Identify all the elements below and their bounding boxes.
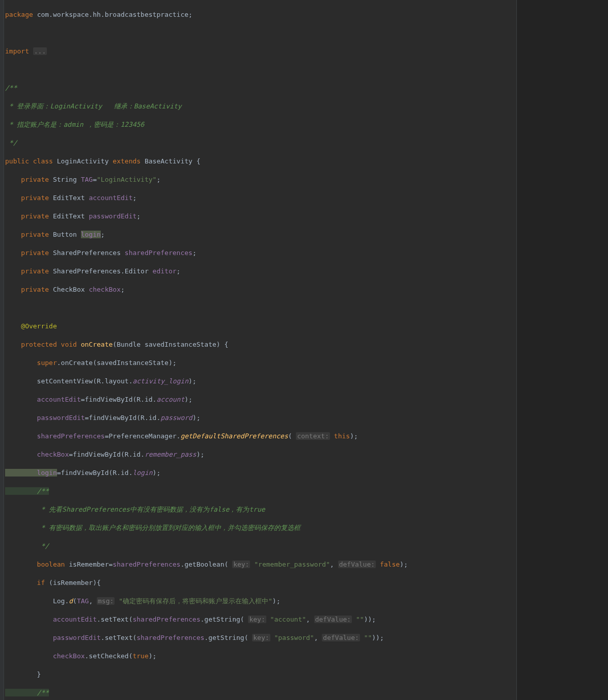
field-ref: sharedPreferences (5, 432, 105, 440)
brace: } (5, 670, 41, 678)
call: .onCreate(savedInstanceState); (57, 359, 177, 367)
param-hint: msg: (97, 597, 115, 605)
boolean-keyword: boolean (5, 561, 69, 568)
cond: (isRemember){ (49, 579, 101, 586)
close: )); (372, 634, 383, 641)
call: setContentView(R.layout. (5, 377, 132, 385)
type: Button (53, 231, 81, 238)
field-ref: sharedPreferences (136, 634, 204, 641)
param-hint: key: (248, 615, 266, 623)
javadoc-close: */ (5, 139, 17, 147)
field: editor (153, 267, 177, 275)
package-name: com.workspace.hh.broadcastbestpractice (37, 11, 188, 18)
type: EditText (53, 194, 89, 202)
resource-id: account (156, 396, 184, 403)
call: .setText( (97, 615, 132, 623)
resource-id: activity_login (132, 377, 188, 385)
super-keyword: super (5, 359, 57, 367)
call: .getString( (201, 615, 248, 623)
field-ref: passwordEdit (5, 414, 85, 422)
string: "password" (274, 634, 314, 641)
semi: ; (188, 11, 192, 18)
eq: = (93, 176, 97, 183)
var: isRemember= (69, 561, 113, 568)
string: "remember_password" (254, 561, 330, 568)
field: sharedPreferences (125, 249, 192, 257)
close: ); (197, 451, 205, 458)
type: SharedPreferences.Editor (53, 267, 153, 275)
field-ref: accountEdit (5, 615, 97, 623)
type: String (53, 176, 81, 183)
log-method: d (69, 597, 73, 605)
param-hint: context: (296, 432, 330, 440)
field-ref: passwordEdit (5, 634, 101, 641)
field-ref-highlighted: login (5, 469, 57, 477)
javadoc-open: /** (5, 84, 17, 92)
import-fold[interactable]: ... (33, 47, 47, 55)
protected-keyword: protected (5, 341, 61, 348)
call: =PreferenceManager. (105, 432, 181, 440)
resource-id: login (132, 469, 152, 477)
annotation: @Override (5, 322, 57, 330)
string: "确定密码有保存后，将密码和账户显示在输入框中" (119, 597, 272, 605)
javadoc-close: */ (5, 542, 49, 550)
javadoc-line: * 有密码数据，取出账户名和密码分别放置到对应的输入框中，并勾选密码保存的复选框 (5, 524, 300, 531)
call: =findViewById(R.id. (57, 469, 133, 477)
gutter (0, 0, 4, 700)
type: SharedPreferences (53, 249, 125, 257)
field-ref: accountEdit (5, 396, 81, 403)
javadoc-open: /** (5, 689, 49, 696)
param-hint: defValue: (322, 634, 360, 641)
private-keyword: private (5, 212, 53, 220)
javadoc-open: /** (5, 487, 49, 495)
close: ); (400, 561, 408, 568)
field-ref: sharedPreferences (132, 615, 200, 623)
private-keyword: private (5, 194, 53, 202)
code-editor[interactable]: package com.workspace.hh.broadcastbestpr… (4, 0, 516, 700)
brace: { (197, 157, 201, 165)
param-hint: defValue: (314, 615, 352, 623)
field: checkBox (89, 286, 121, 293)
string: "LoginActivity" (97, 176, 156, 183)
field-ref: sharedPreferences (113, 561, 180, 568)
static-method: getDefaultSharedPreferences (180, 432, 288, 440)
extends-keyword: extends (113, 157, 145, 165)
log-call: Log. (5, 597, 69, 605)
public-keyword: public (5, 157, 33, 165)
param-hint: key: (232, 561, 250, 568)
field-highlighted: login (81, 231, 101, 238)
class-keyword: class (33, 157, 57, 165)
call: .getBoolean( (180, 561, 232, 568)
private-keyword: private (5, 267, 53, 275)
javadoc-line: * 先看SharedPreferences中有没有密码数据，没有为false，有… (5, 506, 265, 513)
close: )); (364, 615, 376, 623)
call: =findViewById(R.id. (69, 451, 145, 458)
javadoc-line: * 指定账户名是：admin ，密码是：123456 (5, 121, 144, 128)
semi: ; (121, 286, 125, 293)
class-name: LoginActivity (57, 157, 113, 165)
open: ( (288, 432, 296, 440)
semi: ; (177, 267, 181, 275)
string: "" (364, 634, 372, 641)
private-keyword: private (5, 176, 53, 183)
semi: ; (101, 231, 105, 238)
field-ref: checkBox (5, 451, 69, 458)
semi: ; (156, 176, 160, 183)
close: ); (184, 396, 192, 403)
call: .setChecked( (85, 652, 133, 660)
call: .getString( (204, 634, 252, 641)
close: ); (192, 414, 201, 422)
semi: ; (136, 212, 141, 220)
right-panel (516, 0, 608, 700)
open: ( (73, 597, 77, 605)
resource-id: password (160, 414, 192, 422)
if-keyword: if (5, 579, 49, 586)
field: accountEdit (89, 194, 132, 202)
field: passwordEdit (89, 212, 136, 220)
semi: ; (192, 249, 197, 257)
base-class: BaseActivity (145, 157, 197, 165)
method: onCreate (81, 341, 113, 348)
package-keyword: package (5, 11, 37, 18)
close: ); (350, 432, 358, 440)
this-keyword: this (334, 432, 350, 440)
